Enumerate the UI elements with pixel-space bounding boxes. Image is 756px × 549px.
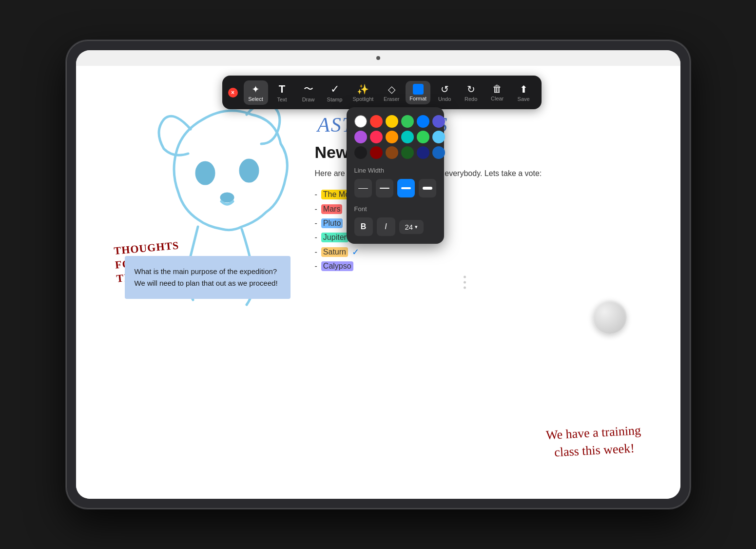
device-frame: × ✦ Select T Text 〜 Draw ✓ Stamp [66, 40, 690, 509]
camera [376, 56, 380, 60]
color-teal[interactable] [432, 131, 445, 143]
sticky-note-text: What is the main purpose of the expediti… [135, 267, 278, 287]
saturn-checks: ✓ [352, 247, 359, 257]
toolbar-draw[interactable]: 〜 Draw [296, 79, 321, 105]
font-size-chevron: ▾ [415, 224, 418, 230]
dot-1 [464, 276, 466, 278]
color-mint[interactable] [401, 131, 414, 143]
color-darkred[interactable] [370, 146, 383, 159]
highlight-calypso: Calypso [321, 261, 353, 271]
toolbar-eraser[interactable]: ◇ Eraser [379, 80, 404, 105]
italic-button[interactable]: I [377, 217, 395, 236]
toolbar-undo[interactable]: ↺ Undo [432, 80, 457, 105]
toolbar-select[interactable]: ✦ Select [244, 80, 268, 105]
toolbar-format[interactable]: Format [406, 81, 430, 104]
format-icon [413, 84, 424, 95]
training-handwritten: We have a trainingclass this week! [545, 422, 642, 462]
top-bar [76, 50, 680, 66]
color-purple[interactable] [354, 131, 367, 143]
line-width-extrathick[interactable] [419, 179, 436, 197]
color-navy[interactable] [432, 146, 445, 159]
close-button[interactable]: × [228, 88, 238, 98]
toolbar-text[interactable]: T Text [270, 80, 294, 105]
select-icon: ✦ [252, 83, 260, 95]
font-size-selector[interactable]: 24 ▾ [399, 220, 424, 234]
text-label: Text [277, 97, 287, 102]
save-label: Save [518, 96, 530, 102]
select-label: Select [248, 96, 263, 102]
color-indigo[interactable] [432, 115, 445, 128]
separator-dots [464, 276, 466, 289]
text-icon: T [279, 83, 285, 96]
device-screen: × ✦ Select T Text 〜 Draw ✓ Stamp [76, 50, 680, 499]
dot-3 [464, 287, 466, 289]
undo-icon: ↺ [441, 83, 449, 95]
clear-label: Clear [491, 96, 504, 101]
color-red[interactable] [370, 115, 383, 128]
bold-button[interactable]: B [354, 217, 373, 236]
canvas-circle-button[interactable] [593, 300, 627, 334]
format-label: Format [409, 96, 426, 101]
list-dash-6: - [315, 262, 317, 271]
list-dash-4: - [315, 233, 317, 242]
list-item-saturn: - Saturn ✓ [315, 247, 598, 257]
line-width-row [354, 179, 436, 197]
highlight-saturn: Saturn [321, 247, 348, 257]
color-cyan[interactable] [417, 131, 429, 143]
color-darkgreen[interactable] [401, 146, 414, 159]
toolbar-spotlight[interactable]: ✨ Spotlight [349, 80, 378, 105]
redo-label: Redo [465, 96, 477, 102]
font-size-value: 24 [405, 223, 413, 231]
eraser-icon: ◇ [388, 83, 395, 95]
color-grid [354, 115, 436, 159]
list-dash-2: - [315, 205, 317, 214]
color-yellow[interactable] [386, 115, 398, 128]
dot-2 [464, 281, 466, 284]
color-darkblue[interactable] [417, 146, 429, 159]
toolbar: × ✦ Select T Text 〜 Draw ✓ Stamp [222, 76, 542, 109]
undo-label: Undo [438, 96, 451, 102]
color-white[interactable] [354, 115, 367, 128]
spotlight-label: Spotlight [353, 96, 374, 102]
highlight-jupiter: Jupiter [321, 233, 349, 242]
line-width-thin[interactable] [354, 179, 372, 197]
list-dash-1: - [315, 190, 317, 199]
save-icon: ⬆ [520, 83, 528, 95]
line-width-medium[interactable] [376, 179, 393, 197]
toolbar-save[interactable]: ⬆ Save [511, 80, 536, 105]
draw-label: Draw [302, 97, 315, 102]
color-pink[interactable] [370, 131, 383, 143]
svg-point-2 [221, 194, 233, 201]
list-dash-5: - [315, 248, 317, 256]
spotlight-icon: ✨ [357, 83, 369, 95]
svg-point-1 [240, 160, 258, 181]
color-brown[interactable] [386, 146, 398, 159]
toolbar-redo[interactable]: ↻ Redo [459, 80, 483, 105]
toolbar-stamp[interactable]: ✓ Stamp [323, 80, 347, 105]
color-green[interactable] [401, 115, 414, 128]
clear-icon: 🗑 [492, 83, 502, 95]
font-label: Font [354, 205, 436, 213]
line-width-label: Line Width [354, 167, 436, 174]
draw-icon: 〜 [304, 82, 313, 96]
highlight-pluto: Pluto [321, 218, 343, 228]
color-orange[interactable] [386, 131, 398, 143]
list-item-calypso: - Calypso [315, 261, 598, 271]
highlight-mars: Mars [321, 204, 343, 214]
canvas-area[interactable]: × ✦ Select T Text 〜 Draw ✓ Stamp [76, 66, 680, 499]
list-dash-3: - [315, 219, 317, 228]
line-width-thick[interactable] [397, 179, 415, 197]
redo-icon: ↻ [467, 83, 475, 95]
svg-point-0 [196, 162, 214, 184]
font-row: B I 24 ▾ [354, 217, 436, 236]
color-blue[interactable] [417, 115, 429, 128]
eraser-label: Eraser [384, 96, 399, 102]
sticky-note[interactable]: What is the main purpose of the expediti… [125, 256, 291, 299]
toolbar-clear[interactable]: 🗑 Clear [485, 80, 509, 104]
stamp-icon: ✓ [330, 83, 339, 96]
color-picker-popup: Line Width Font [347, 107, 444, 244]
stamp-label: Stamp [327, 97, 343, 102]
color-black[interactable] [354, 146, 367, 159]
